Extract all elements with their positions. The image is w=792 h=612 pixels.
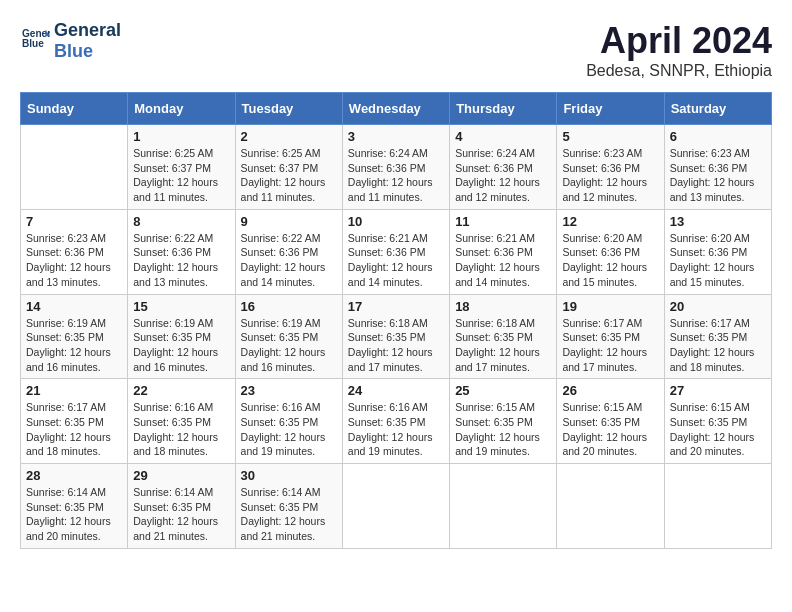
day-info: Sunrise: 6:21 AMSunset: 6:36 PMDaylight:… xyxy=(455,231,551,290)
day-cell xyxy=(21,125,128,210)
day-info: Sunrise: 6:16 AMSunset: 6:35 PMDaylight:… xyxy=(133,400,229,459)
day-cell: 4Sunrise: 6:24 AMSunset: 6:36 PMDaylight… xyxy=(450,125,557,210)
day-info: Sunrise: 6:18 AMSunset: 6:35 PMDaylight:… xyxy=(348,316,444,375)
day-number: 25 xyxy=(455,383,551,398)
day-number: 23 xyxy=(241,383,337,398)
day-number: 27 xyxy=(670,383,766,398)
day-number: 18 xyxy=(455,299,551,314)
day-info: Sunrise: 6:14 AMSunset: 6:35 PMDaylight:… xyxy=(133,485,229,544)
day-cell: 28Sunrise: 6:14 AMSunset: 6:35 PMDayligh… xyxy=(21,464,128,549)
day-number: 16 xyxy=(241,299,337,314)
day-cell: 25Sunrise: 6:15 AMSunset: 6:35 PMDayligh… xyxy=(450,379,557,464)
day-cell: 20Sunrise: 6:17 AMSunset: 6:35 PMDayligh… xyxy=(664,294,771,379)
week-row-2: 7Sunrise: 6:23 AMSunset: 6:36 PMDaylight… xyxy=(21,209,772,294)
day-info: Sunrise: 6:14 AMSunset: 6:35 PMDaylight:… xyxy=(241,485,337,544)
logo-line1: General xyxy=(54,20,121,41)
day-info: Sunrise: 6:25 AMSunset: 6:37 PMDaylight:… xyxy=(241,146,337,205)
day-cell: 1Sunrise: 6:25 AMSunset: 6:37 PMDaylight… xyxy=(128,125,235,210)
day-info: Sunrise: 6:17 AMSunset: 6:35 PMDaylight:… xyxy=(670,316,766,375)
day-cell xyxy=(450,464,557,549)
day-cell: 15Sunrise: 6:19 AMSunset: 6:35 PMDayligh… xyxy=(128,294,235,379)
day-cell: 22Sunrise: 6:16 AMSunset: 6:35 PMDayligh… xyxy=(128,379,235,464)
day-info: Sunrise: 6:20 AMSunset: 6:36 PMDaylight:… xyxy=(670,231,766,290)
day-cell: 18Sunrise: 6:18 AMSunset: 6:35 PMDayligh… xyxy=(450,294,557,379)
day-cell xyxy=(664,464,771,549)
day-number: 28 xyxy=(26,468,122,483)
day-cell: 5Sunrise: 6:23 AMSunset: 6:36 PMDaylight… xyxy=(557,125,664,210)
day-number: 3 xyxy=(348,129,444,144)
day-number: 9 xyxy=(241,214,337,229)
col-header-thursday: Thursday xyxy=(450,93,557,125)
day-info: Sunrise: 6:19 AMSunset: 6:35 PMDaylight:… xyxy=(26,316,122,375)
day-info: Sunrise: 6:21 AMSunset: 6:36 PMDaylight:… xyxy=(348,231,444,290)
day-cell: 10Sunrise: 6:21 AMSunset: 6:36 PMDayligh… xyxy=(342,209,449,294)
col-header-tuesday: Tuesday xyxy=(235,93,342,125)
day-info: Sunrise: 6:22 AMSunset: 6:36 PMDaylight:… xyxy=(133,231,229,290)
day-number: 4 xyxy=(455,129,551,144)
day-number: 29 xyxy=(133,468,229,483)
day-cell: 21Sunrise: 6:17 AMSunset: 6:35 PMDayligh… xyxy=(21,379,128,464)
day-number: 6 xyxy=(670,129,766,144)
day-info: Sunrise: 6:19 AMSunset: 6:35 PMDaylight:… xyxy=(241,316,337,375)
col-header-saturday: Saturday xyxy=(664,93,771,125)
day-cell: 11Sunrise: 6:21 AMSunset: 6:36 PMDayligh… xyxy=(450,209,557,294)
header: General Blue General Blue April 2024 Bed… xyxy=(20,20,772,80)
location-title: Bedesa, SNNPR, Ethiopia xyxy=(586,62,772,80)
day-number: 15 xyxy=(133,299,229,314)
month-title: April 2024 xyxy=(586,20,772,62)
day-cell: 6Sunrise: 6:23 AMSunset: 6:36 PMDaylight… xyxy=(664,125,771,210)
week-row-4: 21Sunrise: 6:17 AMSunset: 6:35 PMDayligh… xyxy=(21,379,772,464)
day-info: Sunrise: 6:20 AMSunset: 6:36 PMDaylight:… xyxy=(562,231,658,290)
day-cell: 19Sunrise: 6:17 AMSunset: 6:35 PMDayligh… xyxy=(557,294,664,379)
day-number: 7 xyxy=(26,214,122,229)
day-info: Sunrise: 6:23 AMSunset: 6:36 PMDaylight:… xyxy=(562,146,658,205)
day-cell xyxy=(557,464,664,549)
day-cell: 23Sunrise: 6:16 AMSunset: 6:35 PMDayligh… xyxy=(235,379,342,464)
col-header-monday: Monday xyxy=(128,93,235,125)
day-number: 22 xyxy=(133,383,229,398)
day-info: Sunrise: 6:15 AMSunset: 6:35 PMDaylight:… xyxy=(455,400,551,459)
day-cell: 3Sunrise: 6:24 AMSunset: 6:36 PMDaylight… xyxy=(342,125,449,210)
day-cell: 16Sunrise: 6:19 AMSunset: 6:35 PMDayligh… xyxy=(235,294,342,379)
calendar-table: SundayMondayTuesdayWednesdayThursdayFrid… xyxy=(20,92,772,549)
week-row-5: 28Sunrise: 6:14 AMSunset: 6:35 PMDayligh… xyxy=(21,464,772,549)
day-number: 11 xyxy=(455,214,551,229)
logo: General Blue General Blue xyxy=(20,20,121,61)
day-number: 19 xyxy=(562,299,658,314)
day-cell: 17Sunrise: 6:18 AMSunset: 6:35 PMDayligh… xyxy=(342,294,449,379)
svg-text:Blue: Blue xyxy=(22,38,44,49)
day-info: Sunrise: 6:15 AMSunset: 6:35 PMDaylight:… xyxy=(562,400,658,459)
week-row-3: 14Sunrise: 6:19 AMSunset: 6:35 PMDayligh… xyxy=(21,294,772,379)
day-info: Sunrise: 6:22 AMSunset: 6:36 PMDaylight:… xyxy=(241,231,337,290)
day-cell: 13Sunrise: 6:20 AMSunset: 6:36 PMDayligh… xyxy=(664,209,771,294)
col-header-sunday: Sunday xyxy=(21,93,128,125)
day-info: Sunrise: 6:24 AMSunset: 6:36 PMDaylight:… xyxy=(455,146,551,205)
day-cell: 2Sunrise: 6:25 AMSunset: 6:37 PMDaylight… xyxy=(235,125,342,210)
day-number: 26 xyxy=(562,383,658,398)
day-number: 13 xyxy=(670,214,766,229)
day-info: Sunrise: 6:17 AMSunset: 6:35 PMDaylight:… xyxy=(562,316,658,375)
day-cell: 7Sunrise: 6:23 AMSunset: 6:36 PMDaylight… xyxy=(21,209,128,294)
day-number: 20 xyxy=(670,299,766,314)
day-number: 17 xyxy=(348,299,444,314)
day-number: 24 xyxy=(348,383,444,398)
day-info: Sunrise: 6:23 AMSunset: 6:36 PMDaylight:… xyxy=(670,146,766,205)
day-info: Sunrise: 6:23 AMSunset: 6:36 PMDaylight:… xyxy=(26,231,122,290)
day-info: Sunrise: 6:18 AMSunset: 6:35 PMDaylight:… xyxy=(455,316,551,375)
day-cell: 12Sunrise: 6:20 AMSunset: 6:36 PMDayligh… xyxy=(557,209,664,294)
title-area: April 2024 Bedesa, SNNPR, Ethiopia xyxy=(586,20,772,80)
day-number: 5 xyxy=(562,129,658,144)
day-info: Sunrise: 6:15 AMSunset: 6:35 PMDaylight:… xyxy=(670,400,766,459)
day-number: 2 xyxy=(241,129,337,144)
col-header-wednesday: Wednesday xyxy=(342,93,449,125)
day-info: Sunrise: 6:17 AMSunset: 6:35 PMDaylight:… xyxy=(26,400,122,459)
day-cell: 24Sunrise: 6:16 AMSunset: 6:35 PMDayligh… xyxy=(342,379,449,464)
day-cell: 26Sunrise: 6:15 AMSunset: 6:35 PMDayligh… xyxy=(557,379,664,464)
day-cell: 8Sunrise: 6:22 AMSunset: 6:36 PMDaylight… xyxy=(128,209,235,294)
day-cell: 27Sunrise: 6:15 AMSunset: 6:35 PMDayligh… xyxy=(664,379,771,464)
day-info: Sunrise: 6:14 AMSunset: 6:35 PMDaylight:… xyxy=(26,485,122,544)
day-cell: 30Sunrise: 6:14 AMSunset: 6:35 PMDayligh… xyxy=(235,464,342,549)
day-number: 12 xyxy=(562,214,658,229)
day-info: Sunrise: 6:19 AMSunset: 6:35 PMDaylight:… xyxy=(133,316,229,375)
logo-icon: General Blue xyxy=(22,25,50,53)
